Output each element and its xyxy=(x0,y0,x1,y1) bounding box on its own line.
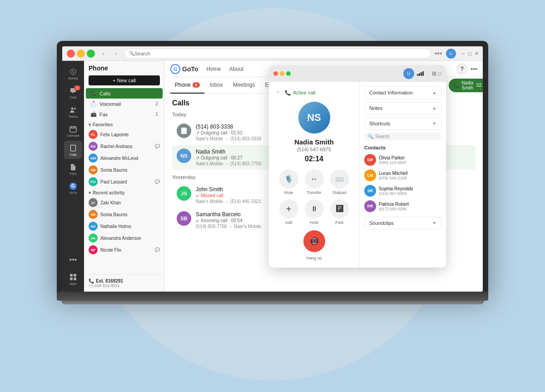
hold-button[interactable]: ⏸ xyxy=(305,199,324,218)
zaki-avatar: 2× xyxy=(89,198,98,207)
window-close[interactable]: × xyxy=(475,50,478,57)
recent-nathalie[interactable]: NH Nathalie Holms xyxy=(84,220,164,232)
favorite-rachel[interactable]: RA Rachel Andraos 💬 xyxy=(84,140,164,152)
sidebar-item-calendar[interactable]: Calendar xyxy=(64,122,82,140)
hangup-action[interactable]: 📵 Hang up xyxy=(303,230,325,260)
alexandra-avatar: AA xyxy=(89,233,98,243)
calls-label: Calls xyxy=(69,153,77,156)
svg-rect-5 xyxy=(70,278,73,280)
recent-alexandra[interactable]: AA Alexandra Anderson xyxy=(84,232,164,244)
popup-back-button[interactable]: ← xyxy=(276,89,281,94)
sidebar-item-more[interactable]: ••• xyxy=(64,251,82,269)
sophia-info: Sophia Reynolds (210) 967-6583 xyxy=(379,186,441,196)
rachel-name: Rachel Andraos xyxy=(100,144,133,149)
close-btn[interactable] xyxy=(67,50,75,58)
soundclips-header[interactable]: Soundclips ▼ xyxy=(365,217,441,229)
notes-header[interactable]: Notes ▲ xyxy=(365,102,441,114)
park-button[interactable]: 🅿 xyxy=(330,199,349,218)
activity-icon xyxy=(69,68,77,76)
popup-right-panel: Contact Information ▲ Notes ▲ xyxy=(360,82,446,268)
sidebar-item-files[interactable]: Files xyxy=(64,160,82,178)
sidebar-item-chat[interactable]: Chat 3 xyxy=(64,84,82,102)
window-minimize[interactable]: − xyxy=(461,50,465,57)
about-nav[interactable]: About xyxy=(226,64,247,74)
files-icon xyxy=(69,163,77,171)
contact-info-label: Contact Information xyxy=(369,90,413,95)
sidebar-item-teams[interactable]: Teams xyxy=(64,103,82,121)
sidebar-item-goto[interactable]: G GoTo xyxy=(64,179,82,197)
recent-zaki[interactable]: 2× Zaki Khan xyxy=(84,197,164,208)
popup-min-btn[interactable] xyxy=(280,71,284,76)
dialpad-action[interactable]: ⌨️ Dialpad xyxy=(330,169,349,195)
recent-sonia[interactable]: SB Sonia Baums xyxy=(84,208,164,220)
tab-inbox[interactable]: Inbox xyxy=(205,77,228,94)
mute-action[interactable]: 🎙️ Mute xyxy=(279,169,298,195)
popup-max-btn[interactable] xyxy=(286,71,291,76)
favorites-chevron[interactable]: ▾ xyxy=(89,122,91,127)
call-avatar-samantha: SB xyxy=(177,211,191,226)
svg-rect-3 xyxy=(70,274,73,277)
grid-icon[interactable]: ⊞ xyxy=(432,70,436,77)
active-call-button[interactable]: 📞 Nadia Smith 02:14 1 xyxy=(449,79,483,92)
tab-meetings[interactable]: Meetings xyxy=(228,77,260,94)
hangup-label: Hang up xyxy=(306,256,322,260)
nav-back[interactable]: ‹ xyxy=(99,49,108,58)
favorite-alexandre[interactable]: AM Alexandre McLeod xyxy=(84,152,164,164)
paul-icon: 💬 xyxy=(155,179,160,184)
calls-nav-item[interactable]: 📞 Calls xyxy=(86,88,163,99)
sophia-name: Sophia Reynolds xyxy=(379,186,441,191)
favorite-sonia[interactable]: SB Sonia Baums xyxy=(84,164,164,176)
park-action[interactable]: 🅿 Park xyxy=(330,199,349,225)
window-icon[interactable]: □ xyxy=(438,70,441,77)
add-button[interactable]: + xyxy=(279,199,298,218)
help-icon[interactable]: ? xyxy=(456,63,468,75)
hold-action[interactable]: ⏸ Hold xyxy=(305,199,324,225)
browser-user-avatar[interactable]: U xyxy=(446,49,456,59)
contact-sophia[interactable]: SR Sophia Reynolds (210) 967-6583 xyxy=(364,183,441,198)
nav-forward[interactable]: › xyxy=(111,49,120,58)
popup-left-panel: ← 📞 Active call NS xyxy=(269,82,360,268)
home-nav[interactable]: Home xyxy=(203,64,225,74)
popup-close-btn[interactable] xyxy=(273,71,278,76)
fax-nav-item[interactable]: 📠 Fax 1 xyxy=(86,109,163,119)
contact-patricia[interactable]: PR Patricia Robert (817) 555-0290 xyxy=(364,198,441,214)
maximize-btn[interactable] xyxy=(87,50,95,58)
active-call-name: Nadia Smith xyxy=(461,80,475,90)
patricia-name: Patricia Robert xyxy=(379,202,441,207)
nicole-name: Nicole Flix xyxy=(100,248,121,253)
favorite-felix[interactable]: FL Felix Lapointe xyxy=(84,129,164,140)
contact-lucas[interactable]: LM Lucas Mitchell (876) 543-2109 xyxy=(364,168,441,183)
sidebar-item-calls[interactable]: Calls xyxy=(64,141,82,159)
hangup-button[interactable]: 📵 xyxy=(303,230,325,252)
recent-chevron[interactable]: ▾ xyxy=(89,190,91,195)
shortcuts-header[interactable]: Shortcuts ▼ xyxy=(365,118,441,129)
calendar-label: Calendar xyxy=(67,134,79,137)
dialpad-button[interactable]: ⌨️ xyxy=(330,169,349,189)
window-maximize[interactable]: □ xyxy=(468,50,471,57)
top-dots-menu[interactable]: ••• xyxy=(471,65,477,73)
sidebar-item-activity[interactable]: Activity xyxy=(64,65,82,83)
contact-olivia[interactable]: OP Olivia Parker (555) 123-4567 xyxy=(364,152,441,168)
sonia-avatar: SB xyxy=(89,165,98,174)
call-avatar-514 xyxy=(177,124,191,138)
address-bar[interactable]: 🔍 Search xyxy=(124,49,431,59)
contact-info-header[interactable]: Contact Information ▲ xyxy=(365,87,441,99)
transfer-action[interactable]: ↔️ Transfer xyxy=(305,169,324,195)
phone-ext: 📞 Ext. 8169291 +1 438-816-9291 xyxy=(84,274,164,292)
rachel-avatar: RA xyxy=(89,142,98,151)
new-call-button[interactable]: + New call xyxy=(89,75,160,85)
minimize-btn[interactable] xyxy=(77,50,85,58)
browser-menu[interactable]: ••• xyxy=(435,50,442,58)
voicemail-nav-item[interactable]: 📩 Voicemail 2 xyxy=(86,99,163,109)
mute-button[interactable]: 🎙️ xyxy=(279,169,298,189)
felix-avatar: FL xyxy=(89,130,98,139)
transfer-button[interactable]: ↔️ xyxy=(305,169,324,189)
recent-nicole[interactable]: NF Nicole Flix 💬 xyxy=(84,244,164,256)
tab-phone[interactable]: Phone 8 xyxy=(170,77,204,94)
favorite-paul[interactable]: PO Paul Lassard 💬 xyxy=(84,176,164,188)
add-action[interactable]: + Add xyxy=(279,199,298,225)
sidebar-item-apps[interactable]: Apps xyxy=(64,270,82,288)
contacts-search[interactable]: 🔍 Search xyxy=(364,133,441,140)
popup-content: ← 📞 Active call NS xyxy=(269,82,446,268)
goto-logo: G GoTo xyxy=(170,64,198,74)
